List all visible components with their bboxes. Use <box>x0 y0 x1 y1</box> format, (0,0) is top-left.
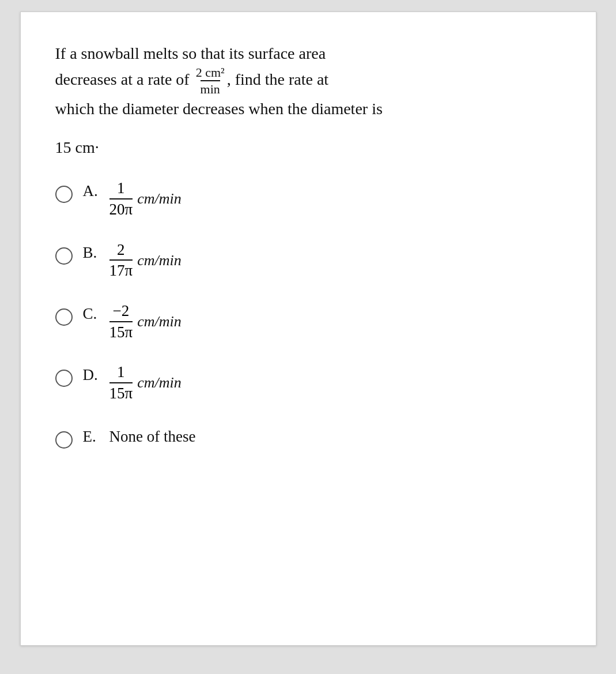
option-c-denominator: 15π <box>109 321 133 341</box>
option-b-numerator: 2 <box>117 242 125 260</box>
option-d-label: D. <box>83 366 101 384</box>
option-b-unit: cm/min <box>137 252 182 269</box>
option-e-label: E. <box>83 428 101 446</box>
radio-e[interactable] <box>55 431 73 449</box>
option-a-content: A. 1 20π cm/min <box>83 180 182 218</box>
diameter-value: 15 cm· <box>55 138 561 157</box>
option-b-label: B. <box>83 244 101 262</box>
radio-d[interactable] <box>55 370 73 387</box>
radio-b[interactable] <box>55 247 73 265</box>
radio-a[interactable] <box>55 186 73 203</box>
option-item-e: E. None of these <box>55 426 561 449</box>
option-item-a: A. 1 20π cm/min <box>55 180 561 218</box>
option-c-unit: cm/min <box>137 313 182 330</box>
option-d-unit: cm/min <box>137 374 182 391</box>
option-a-fraction: 1 20π <box>109 180 133 218</box>
option-a-denominator: 20π <box>109 198 133 219</box>
rate-denominator: min <box>201 80 220 96</box>
option-c-fraction: −2 15π <box>109 303 133 341</box>
option-e-content: E. None of these <box>83 426 196 446</box>
option-d-content: D. 1 15π cm/min <box>83 364 182 402</box>
option-b-denominator: 17π <box>109 259 133 280</box>
option-d-fraction: 1 15π <box>109 364 133 402</box>
option-c-label: C. <box>83 305 101 323</box>
option-c-numerator: −2 <box>112 303 129 321</box>
option-a-label: A. <box>83 182 101 200</box>
question-line1: If a snowball melts so that its surface … <box>55 44 326 62</box>
option-b-fraction: 2 17π <box>109 242 133 280</box>
question-line3: which the diameter decreases when the di… <box>55 100 383 118</box>
question-card: If a snowball melts so that its surface … <box>20 12 596 646</box>
option-a-numerator: 1 <box>117 180 125 198</box>
option-a-unit: cm/min <box>137 190 182 208</box>
option-d-numerator: 1 <box>117 364 125 382</box>
question-line2: decreases at a rate of 2 cm² min , find … <box>55 70 329 88</box>
option-c-content: C. −2 15π cm/min <box>83 303 182 341</box>
option-e-text: None of these <box>109 428 196 446</box>
option-item-d: D. 1 15π cm/min <box>55 364 561 402</box>
rate-numerator: 2 cm² <box>196 66 225 80</box>
rate-fraction: 2 cm² min <box>196 66 225 96</box>
option-d-denominator: 15π <box>109 382 133 402</box>
option-item-c: C. −2 15π cm/min <box>55 303 561 341</box>
radio-c[interactable] <box>55 308 73 326</box>
question-text: If a snowball melts so that its surface … <box>55 41 561 121</box>
option-b-content: B. 2 17π cm/min <box>83 242 182 280</box>
options-list: A. 1 20π cm/min B. 2 17π cm/min <box>55 180 561 449</box>
option-item-b: B. 2 17π cm/min <box>55 242 561 280</box>
